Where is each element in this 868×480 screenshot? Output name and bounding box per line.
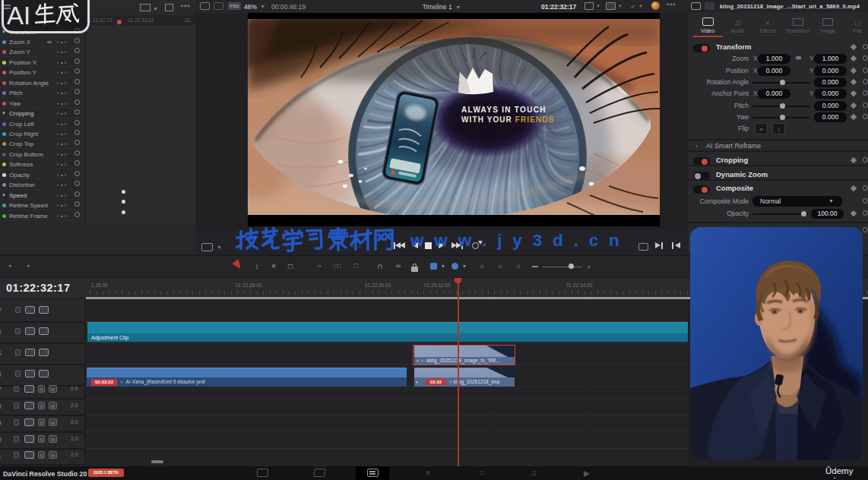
svg-text:WITH YOUR FRIENDS: WITH YOUR FRIENDS	[461, 115, 554, 124]
svg-text:ALWAYS IN TOUCH: ALWAYS IN TOUCH	[461, 106, 546, 114]
svg-text:w w w . j y 3 d . c n: w w w . j y 3 d . c n	[410, 231, 622, 250]
